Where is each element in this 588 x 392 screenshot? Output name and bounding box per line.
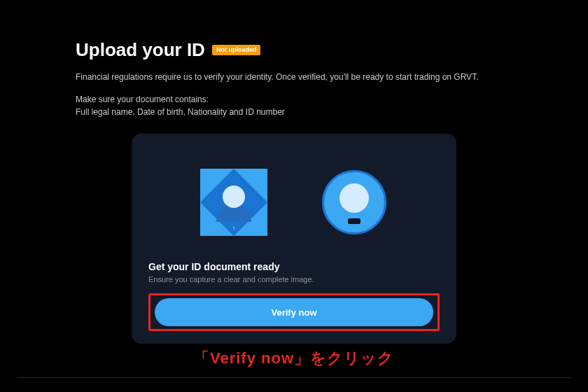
selfie-icon (321, 169, 388, 236)
annotation-text: 「Verify now」をクリック (194, 348, 394, 369)
status-badge: Not uploaded (212, 45, 261, 55)
intro-make-sure: Make sure your document contains: (76, 93, 512, 106)
card-subtext: Ensure you capture a clear and complete … (148, 275, 440, 284)
verify-now-button[interactable]: Verify now (155, 298, 433, 326)
upload-id-icon: ↑ (200, 169, 267, 236)
page-title: Upload your ID (76, 39, 205, 61)
card-heading: Get your ID document ready (148, 261, 440, 272)
card-icons-row: ↑ (146, 158, 442, 261)
intro-description: Financial regulations require us to veri… (76, 71, 512, 83)
verify-card: ↑ Get your ID document ready Ensure you … (132, 134, 456, 344)
intro-requirements: Full legal name, Date of birth, National… (76, 106, 512, 118)
annotation-highlight-box: Verify now (148, 293, 440, 331)
divider (17, 377, 571, 378)
